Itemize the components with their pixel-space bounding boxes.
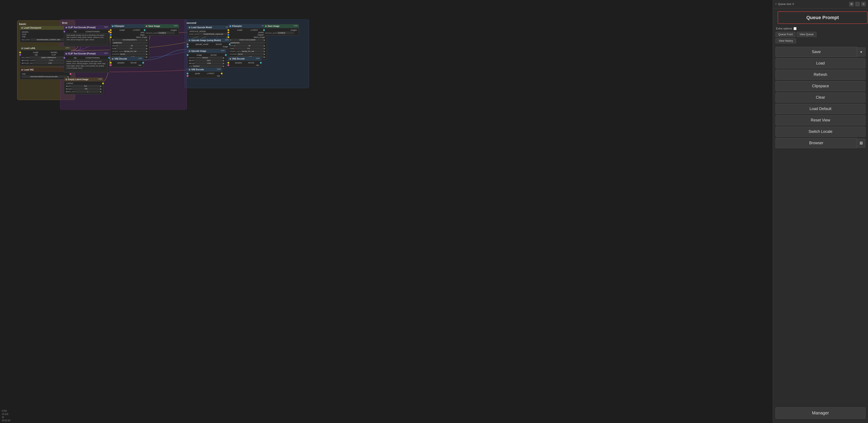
cfg-arrow-l[interactable]: ◀ xyxy=(115,48,116,50)
vae-encode-title: VAE Encode xyxy=(191,68,204,71)
upscale-method-value[interactable]: bilinear xyxy=(202,57,223,59)
strength-model-label: strength_model xyxy=(23,59,35,61)
cfg2-arrow-r[interactable]: ▶ xyxy=(264,48,265,50)
seed-arrow-r[interactable]: ▶ xyxy=(146,39,148,41)
steps2-value: 28 xyxy=(235,45,264,47)
node-ksampler-2[interactable]: KSampler #240 model LATENT positive nega… xyxy=(228,24,267,60)
port-upscale-model-in xyxy=(187,44,188,45)
height-value: 768 xyxy=(72,88,100,90)
steps-arrow-r[interactable]: ▶ xyxy=(146,45,148,47)
node-save-image-2[interactable]: Save Image #242 images filename_prefix C… xyxy=(264,24,299,36)
scheduler-arrow-r[interactable]: ▶ xyxy=(146,53,148,55)
node-empty-latent[interactable]: Empty Latent Image #220 LATENT ◀ width 5… xyxy=(64,77,103,94)
node-upscale-image-model[interactable]: Upscale Image (using Model) #235 upscale… xyxy=(187,38,230,49)
node-load-lora[interactable]: Load LoRA #215 model MODEL clip CLIP lor… xyxy=(20,46,71,66)
browser-button[interactable]: Browser xyxy=(775,138,857,148)
control-after-2-value[interactable]: randomize xyxy=(230,41,265,44)
denoise-arrow-r[interactable]: ▶ xyxy=(146,56,148,58)
port-vae-in-2 xyxy=(227,64,229,66)
status-time: 0.00s xyxy=(2,409,10,413)
node-upscale-image[interactable]: Upscale Image #247 image IMAGE upscale_m… xyxy=(187,49,226,69)
cfg-value: 7.0 xyxy=(116,47,146,50)
scheduler2-arrow-r[interactable]: ▶ xyxy=(264,53,265,55)
sampler2-arrow-r[interactable]: ▶ xyxy=(264,50,265,52)
seed2-arrow-r[interactable]: ▶ xyxy=(264,39,265,41)
manager-button[interactable]: Manager xyxy=(775,407,865,419)
empty-latent-title: Empty Latent Image xyxy=(68,78,88,81)
crop-arrow[interactable]: ▶ xyxy=(223,65,224,67)
scheduler-value[interactable]: karras xyxy=(120,53,146,55)
cfg2-arrow-l[interactable]: ◀ xyxy=(232,48,233,50)
node-dot xyxy=(21,27,23,29)
pl-images: images xyxy=(170,29,177,31)
steps2-arrow-r[interactable]: ▶ xyxy=(264,45,265,47)
node-clip-text-positive[interactable]: CLIP Text Encode (Prompt) #217 clip COND… xyxy=(64,25,110,47)
node-clip-text-negative[interactable]: CLIP Text Encode (Prompt) #217 clip COND… xyxy=(64,52,110,73)
extra-options-checkbox[interactable] xyxy=(794,27,797,30)
node-vae-decode-2[interactable]: VAE Decode #241 samples IMAGE vae xyxy=(228,57,261,67)
pl-latent-out-3: LATENT xyxy=(207,73,215,75)
vae-filename-value: vae/msae-840000-ema-pruned.safe... xyxy=(22,76,68,78)
clear-button[interactable]: Clear xyxy=(775,92,865,103)
reset-view-button[interactable]: Reset View xyxy=(775,115,865,125)
queue-prompt-button[interactable]: Queue Prompt xyxy=(778,11,868,24)
manager-wrapper: Manager xyxy=(773,405,868,423)
refresh-button[interactable]: Refresh xyxy=(775,69,865,80)
width3-arrow-r[interactable]: ▶ xyxy=(223,60,224,62)
load-default-button[interactable]: Load Default xyxy=(775,104,865,114)
denoise2-arrow-r[interactable]: ▶ xyxy=(264,56,265,58)
switch-locale-button[interactable]: Switch Locale xyxy=(775,126,865,137)
sampler-arrow-r[interactable]: ▶ xyxy=(146,50,148,52)
queue-sub-buttons: Queue Front View Queue xyxy=(773,31,868,38)
spacer xyxy=(773,150,868,405)
clipspace-button[interactable]: Clipspace xyxy=(775,81,865,91)
batch-arrow-r[interactable]: ▶ xyxy=(100,91,102,93)
cfg-arrow-r[interactable]: ▶ xyxy=(146,48,148,50)
sampler-value[interactable]: dpmpp_2m_sde xyxy=(123,50,146,52)
view-history-wrapper: View History xyxy=(773,38,868,44)
save-dropdown-button[interactable]: ▼ xyxy=(857,48,865,57)
pl-model-2: model xyxy=(237,29,243,31)
height3-arrow-r[interactable]: ▶ xyxy=(223,62,224,64)
view-queue-button[interactable]: View Queue xyxy=(797,32,816,37)
browser-icon-button[interactable]: 🖼 xyxy=(857,139,865,148)
batch-value: 1 xyxy=(75,90,100,93)
node-vae-encode[interactable]: VAE Encode #239 pixels LATENT vae xyxy=(187,67,222,78)
node-save-image-1[interactable]: Save Image #223 images filename_prefix C… xyxy=(144,24,179,36)
sampler2-label: sampler_name xyxy=(230,50,241,52)
node-ksampler-1[interactable]: KSampler #216 model LATENT positive nega… xyxy=(110,24,149,60)
load-button[interactable]: Load xyxy=(775,58,865,68)
view-history-button[interactable]: View History xyxy=(775,38,796,44)
node-vae-decode-1[interactable]: VAE Decode #221 samples IMAGE vae xyxy=(110,57,144,67)
control-after-value[interactable]: randomize xyxy=(112,41,148,44)
port-clip-in xyxy=(64,31,65,32)
clip-text-1-title: CLIP Text Encode (Prompt) xyxy=(68,26,96,29)
upscale-image-id: #247 xyxy=(221,50,225,52)
vae-decode-1-id: #221 xyxy=(138,57,142,59)
node-load-vae[interactable]: Load VAE #222 VAE vae/msae-840000-ema-pr… xyxy=(20,68,71,80)
save-button[interactable]: Save xyxy=(775,47,857,57)
vae-decode-1-title: VAE Decode xyxy=(115,58,127,60)
settings-icon-btn[interactable]: ⚙ xyxy=(849,2,854,6)
node-load-checkpoint[interactable]: Load Checkpoint #213 MODEL CLIP VAE ckpt… xyxy=(20,26,71,43)
crop-value[interactable]: disabled xyxy=(192,65,223,67)
clip-text-1-content[interactable]: beat quality, joy!(lp), joy lp is standi… xyxy=(66,33,108,45)
close-icon-btn[interactable]: ✕ xyxy=(861,2,866,6)
width-arrow-r[interactable]: ▶ xyxy=(100,85,102,87)
browser-row: Browser 🖼 xyxy=(775,138,865,148)
height-arrow-r[interactable]: ▶ xyxy=(100,88,102,90)
port-image-in-2 xyxy=(187,46,188,48)
clip-text-2-content[interactable]: lowres, short leg, bad anatomy, bad eyes… xyxy=(66,60,108,72)
load-lora-title: Load LoRA xyxy=(24,47,35,50)
queue-front-button[interactable]: Queue Front xyxy=(775,32,796,37)
monitor-icon-btn[interactable]: ⬛ xyxy=(855,2,860,6)
clip-text-2-title: CLIP Text Encode (Prompt) xyxy=(68,52,96,55)
sampler2-value[interactable]: dpmpp_2m_sde xyxy=(241,50,264,52)
canvas-area[interactable]: basic first second Load Checkpoint #213 … xyxy=(0,0,773,423)
node-load-upscale-model[interactable]: Load Upscale Model #230 UPSCALE_MODEL mo… xyxy=(187,25,231,37)
upscale-method-arrow[interactable]: ▶ xyxy=(223,57,224,59)
scheduler2-value[interactable]: karras xyxy=(237,53,264,55)
ksampler-1-title: KSampler xyxy=(115,25,124,27)
load-vae-title: Load VAE xyxy=(24,68,34,71)
node-dot xyxy=(189,39,190,41)
